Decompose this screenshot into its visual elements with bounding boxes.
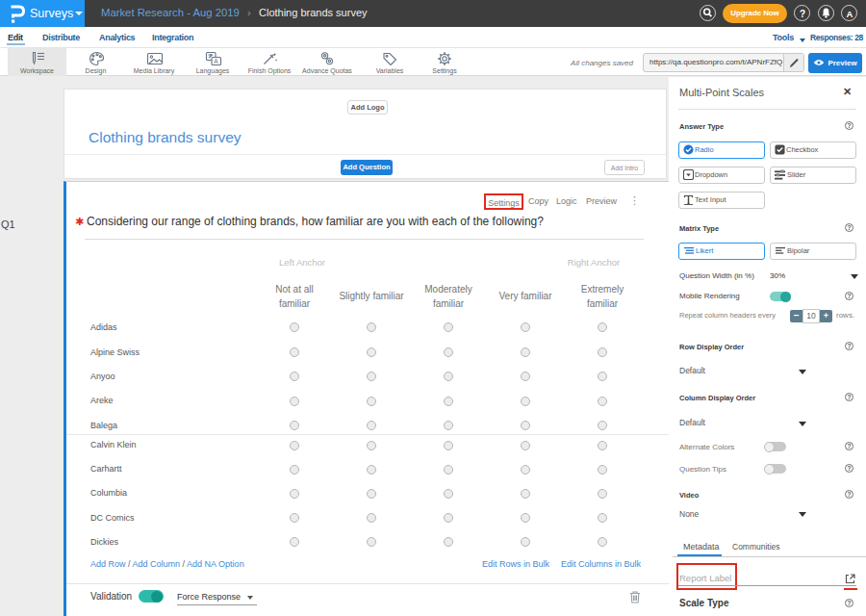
svg-text:A: A bbox=[214, 58, 218, 64]
